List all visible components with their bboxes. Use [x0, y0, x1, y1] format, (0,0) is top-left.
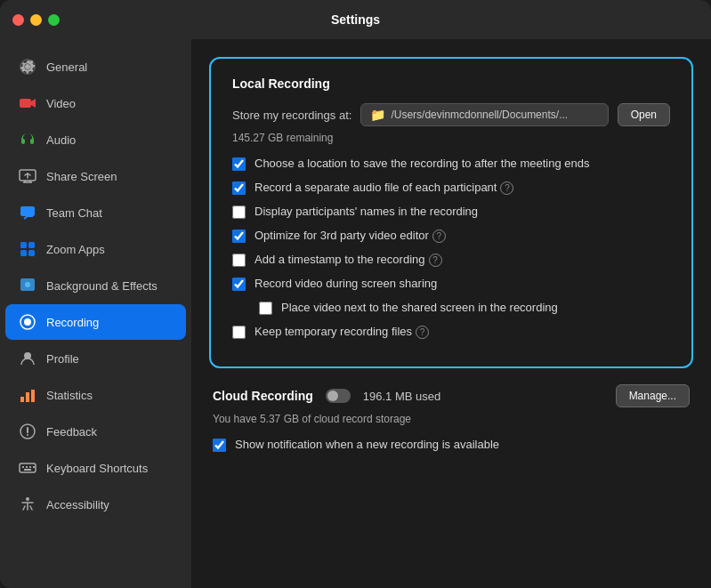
sidebar-item-team-chat[interactable]: Team Chat — [5, 195, 186, 230]
label-place-video-next: Place video next to the shared screen in… — [281, 301, 558, 314]
svg-rect-7 — [20, 250, 27, 256]
checkbox-video-during-share[interactable] — [232, 278, 246, 291]
checkbox-optimize-editor[interactable] — [232, 230, 246, 243]
app-layout: GeneralVideoAudioShare ScreenTeam ChatZo… — [0, 39, 711, 588]
help-icon[interactable]: ? — [432, 230, 446, 243]
svg-rect-22 — [29, 466, 31, 468]
window-title: Settings — [331, 12, 380, 27]
checkbox-separate-audio[interactable] — [232, 181, 246, 195]
checkbox-display-names[interactable] — [232, 205, 246, 219]
checkbox-row-keep-temp: Keep temporary recording files? — [232, 325, 670, 339]
sidebar-item-feedback[interactable]: Feedback — [5, 414, 186, 449]
remaining-space: 145.27 GB remaining — [232, 132, 670, 144]
video-icon — [18, 93, 37, 113]
chat-icon — [18, 203, 37, 222]
store-row: Store my recordings at: 📁 /Users/devinmc… — [232, 103, 670, 126]
label-choose-location: Choose a location to save the recording … — [255, 157, 590, 170]
sidebar-item-background-effects[interactable]: Background & Effects — [5, 268, 186, 303]
recording-icon — [18, 312, 37, 332]
traffic-lights — [12, 14, 60, 26]
main-content: Local Recording Store my recordings at: … — [191, 39, 711, 588]
sidebar-item-label: Feedback — [46, 425, 97, 439]
help-icon[interactable]: ? — [500, 181, 513, 195]
svg-rect-19 — [20, 463, 36, 472]
toggle-icon[interactable] — [326, 389, 351, 403]
path-value: /Users/devinmcdonnell/Documents/... — [391, 109, 568, 121]
sidebar-item-label: Accessibility — [46, 498, 109, 511]
sidebar-item-label: Share Screen — [46, 170, 117, 183]
minimize-button[interactable] — [30, 14, 42, 26]
maximize-button[interactable] — [48, 14, 60, 26]
help-icon[interactable]: ? — [416, 326, 429, 339]
sidebar-item-label: Video — [46, 97, 76, 110]
sidebar-item-share-screen[interactable]: Share Screen — [5, 158, 186, 194]
sidebar-item-video[interactable]: Video — [5, 85, 186, 121]
svg-rect-24 — [24, 469, 31, 471]
background-icon — [18, 276, 37, 295]
folder-icon: 📁 — [370, 108, 385, 122]
checkbox-choose-location[interactable] — [232, 157, 246, 171]
cloud-recording-title: Cloud Recording — [213, 389, 313, 403]
label-timestamp: Add a timestamp to the recording? — [255, 253, 442, 267]
checkbox-place-video-next[interactable] — [259, 302, 272, 315]
keyboard-icon — [18, 458, 37, 478]
label-display-names: Display participants' names in the recor… — [255, 205, 478, 218]
svg-rect-20 — [22, 466, 24, 468]
open-button[interactable]: Open — [618, 103, 670, 126]
label-optimize-editor: Optimize for 3rd party video editor? — [255, 229, 446, 243]
local-recording-section: Local Recording Store my recordings at: … — [209, 57, 693, 368]
svg-rect-16 — [31, 390, 35, 402]
profile-icon — [18, 349, 37, 368]
local-checkboxes-container: Choose a location to save the recording … — [232, 157, 670, 339]
sidebar-item-label: General — [46, 60, 87, 74]
sidebar-item-audio[interactable]: Audio — [5, 122, 186, 157]
svg-point-0 — [25, 64, 30, 69]
cloud-header: Cloud Recording 196.1 MB used Manage... — [213, 384, 690, 407]
checkbox-row-separate-audio: Record a separate audio file of each par… — [232, 181, 670, 195]
apps-icon — [18, 239, 37, 259]
svg-rect-6 — [28, 242, 35, 248]
help-icon[interactable]: ? — [429, 254, 442, 267]
svg-rect-8 — [28, 250, 35, 256]
local-recording-title: Local Recording — [232, 77, 670, 91]
gear-icon — [18, 57, 37, 77]
svg-rect-23 — [33, 466, 35, 468]
sidebar: GeneralVideoAudioShare ScreenTeam ChatZo… — [0, 39, 191, 588]
cloud-recording-section: Cloud Recording 196.1 MB used Manage... … — [209, 384, 693, 452]
manage-button[interactable]: Manage... — [616, 384, 690, 407]
notify-checkbox[interactable] — [213, 439, 226, 452]
svg-rect-15 — [26, 392, 29, 402]
sidebar-item-label: Keyboard Shortcuts — [46, 462, 148, 475]
store-label: Store my recordings at: — [232, 109, 351, 122]
path-field: 📁 /Users/devinmcdonnell/Documents/... — [360, 103, 608, 126]
checkbox-row-display-names: Display participants' names in the recor… — [232, 205, 670, 219]
svg-point-18 — [27, 434, 28, 436]
label-video-during-share: Record video during screen sharing — [255, 277, 437, 290]
sidebar-item-statistics[interactable]: Statistics — [5, 377, 186, 413]
stats-icon — [18, 385, 37, 405]
share-screen-icon — [18, 166, 37, 186]
feedback-icon — [18, 422, 37, 441]
checkbox-row-video-during-share: Record video during screen sharing — [232, 277, 670, 291]
svg-marker-2 — [31, 99, 36, 108]
titlebar: Settings — [0, 0, 711, 39]
checkbox-timestamp[interactable] — [232, 254, 246, 267]
sidebar-item-accessibility[interactable]: Accessibility — [5, 487, 186, 522]
sidebar-item-profile[interactable]: Profile — [5, 341, 186, 376]
sidebar-item-label: Audio — [46, 133, 76, 147]
svg-rect-1 — [20, 99, 31, 108]
checkbox-row-timestamp: Add a timestamp to the recording? — [232, 253, 670, 267]
svg-rect-14 — [20, 397, 24, 402]
sidebar-item-recording[interactable]: Recording — [5, 304, 186, 340]
checkbox-keep-temp[interactable] — [232, 326, 246, 339]
sidebar-item-general[interactable]: General — [5, 49, 186, 85]
sidebar-item-keyboard-shortcuts[interactable]: Keyboard Shortcuts — [5, 450, 186, 486]
close-button[interactable] — [12, 14, 24, 26]
svg-rect-4 — [20, 206, 35, 216]
svg-point-25 — [26, 497, 29, 501]
svg-rect-5 — [20, 242, 27, 248]
svg-point-27 — [327, 391, 338, 401]
svg-rect-21 — [26, 466, 28, 468]
label-separate-audio: Record a separate audio file of each par… — [255, 181, 513, 195]
sidebar-item-zoom-apps[interactable]: Zoom Apps — [5, 231, 186, 267]
